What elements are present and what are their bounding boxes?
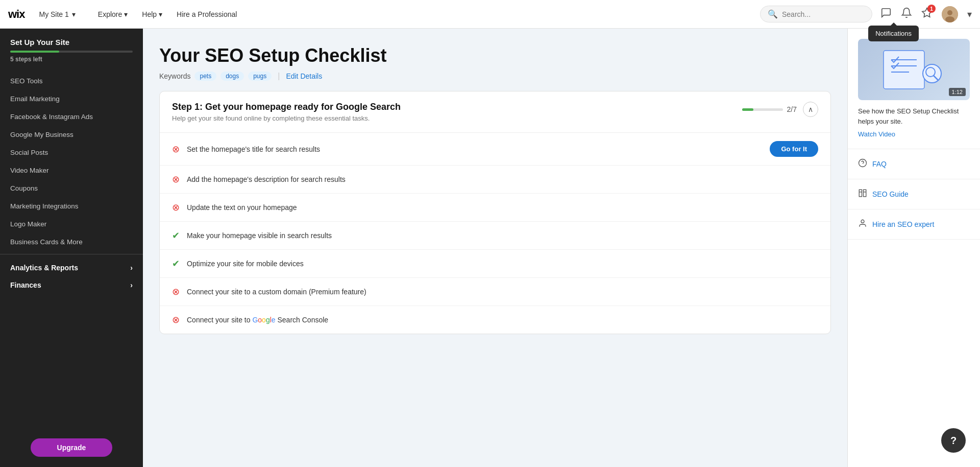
keywords-divider: | [278,72,280,81]
analytics-chevron: › [130,264,133,272]
checklist-step-subtitle: Help get your site found online by compl… [172,114,742,122]
checklist-row: ✔ Optimize your site for mobile devices [160,250,830,278]
checklist-card: Step 1: Get your homepage ready for Goog… [159,91,831,334]
badge: 1 [927,5,936,13]
checklist-row: ⊗ Connect your site to a custom domain (… [160,278,830,306]
checklist-row: ⊗ Update the text on your homepage [160,194,830,222]
edit-details-link[interactable]: Edit Details [286,72,322,80]
sidebar-section-analytics[interactable]: Analytics & Reports › [0,258,143,275]
checklist-row: ⊗ Set the homepage's title for search re… [160,133,830,166]
sidebar-item-coupons[interactable]: Coupons [0,179,143,197]
row-text: Set the homepage's title for search resu… [187,145,763,153]
google-logo-text: Google [252,316,277,324]
sidebar-item-video-maker[interactable]: Video Maker [0,161,143,179]
main-layout: Set Up Your Site 5 steps left SEO Tools … [0,29,980,467]
row-text: Connect your site to a custom domain (Pr… [187,288,818,296]
wix-logo: wix [8,8,24,21]
question-circle-icon [858,158,867,170]
sidebar: Set Up Your Site 5 steps left SEO Tools … [0,29,143,467]
progress-step: 2/7 [742,105,797,113]
watch-video-link[interactable]: Watch Video [858,130,895,138]
row-text: Add the homepage's description for searc… [187,175,818,183]
svg-rect-14 [864,190,866,197]
error-icon: ⊗ [172,202,180,213]
video-section: 1:12 See how the SEO Setup Checklist hel… [848,29,980,149]
row-text: Optimize your site for mobile devices [187,260,818,268]
site-name: My Site 1 [39,10,68,18]
upgrade-button[interactable]: Upgrade [31,438,112,457]
row-text: Make your homepage visible in search res… [187,231,818,240]
sidebar-item-business-cards[interactable]: Business Cards & More [0,233,143,251]
sidebar-item-marketing-integrations[interactable]: Marketing Integrations [0,197,143,215]
hire-seo-expert-link[interactable]: Hire an SEO expert [848,209,980,240]
sidebar-section-finances[interactable]: Finances › [0,275,143,292]
account-chevron[interactable]: ▾ [967,9,972,20]
go-for-it-button[interactable]: Go for It [770,141,818,157]
page-title: Your SEO Setup Checklist [159,45,831,66]
video-thumbnail[interactable]: 1:12 [858,39,970,100]
keyword-pugs[interactable]: pugs [248,72,272,81]
progress-text: 2/7 [787,105,797,113]
collapse-button[interactable]: ∧ [803,102,818,117]
site-selector[interactable]: My Site 1 ▾ [35,8,79,20]
search-box[interactable]: 🔍 [760,6,872,22]
person-icon [858,219,867,230]
promotions-icon[interactable]: 1 [921,7,933,21]
book-icon [858,189,867,200]
setup-title: Set Up Your Site [10,38,133,46]
sidebar-setup: Set Up Your Site 5 steps left [0,29,143,68]
sidebar-item-seo-tools[interactable]: SEO Tools [0,72,143,90]
sidebar-divider [0,254,143,254]
sidebar-item-facebook-instagram[interactable]: Facebook & Instagram Ads [0,108,143,126]
nav-links: Explore ▾ Help ▾ Hire a Professional [92,7,243,21]
video-duration: 1:12 [949,88,966,96]
nav-help[interactable]: Help ▾ [136,7,168,21]
top-navigation: wix My Site 1 ▾ Explore ▾ Help ▾ Hire a … [0,0,980,29]
checklist-row: ⊗ Add the homepage's description for sea… [160,166,830,194]
steps-left: 5 steps left [10,56,133,63]
error-icon: ⊗ [172,314,180,325]
question-mark-icon: ? [950,435,957,447]
keyword-dogs[interactable]: dogs [220,72,244,81]
seo-guide-link[interactable]: SEO Guide [848,179,980,209]
search-input[interactable] [782,10,865,18]
site-selector-chevron: ▾ [72,10,76,18]
seo-guide-label: SEO Guide [872,190,909,198]
svg-rect-4 [884,51,924,89]
checklist-row: ⊗ Connect your site to Google Search Con… [160,306,830,334]
checklist-step-title: Step 1: Get your homepage ready for Goog… [172,102,742,112]
search-icon: 🔍 [768,9,778,19]
error-icon: ⊗ [172,144,180,155]
faq-label: FAQ [872,160,887,168]
svg-point-11 [859,159,867,167]
video-illustration [873,45,955,94]
nav-hire[interactable]: Hire a Professional [170,7,243,21]
sidebar-item-social-posts[interactable]: Social Posts [0,144,143,161]
sidebar-item-logo-maker[interactable]: Logo Maker [0,215,143,233]
svg-point-3 [945,16,954,22]
avatar[interactable] [942,6,958,22]
faq-link[interactable]: FAQ [848,149,980,179]
keywords-row: Keywords pets dogs pugs | Edit Details [159,72,831,81]
sidebar-item-google-my-business[interactable]: Google My Business [0,126,143,144]
progress-bar-bg [10,51,133,53]
checklist-header: Step 1: Get your homepage ready for Goog… [160,91,830,133]
chat-icon[interactable] [880,7,892,21]
row-text: Update the text on your homepage [187,203,818,212]
explore-chevron: ▾ [124,10,128,18]
sidebar-items-list: SEO Tools Email Marketing Facebook & Ins… [0,68,143,430]
svg-rect-13 [859,190,862,197]
finances-chevron: › [130,281,133,289]
success-icon: ✔ [172,258,180,269]
keyword-pets[interactable]: pets [194,72,216,81]
svg-point-2 [947,10,952,15]
progress-bar-fill [10,51,59,53]
sidebar-item-email-marketing[interactable]: Email Marketing [0,90,143,108]
error-icon: ⊗ [172,286,180,297]
svg-point-8 [923,64,941,83]
nav-explore[interactable]: Explore ▾ [92,7,134,21]
help-fab[interactable]: ? [941,428,966,453]
success-icon: ✔ [172,230,180,241]
notifications-icon[interactable] [901,7,912,21]
error-icon: ⊗ [172,174,180,185]
